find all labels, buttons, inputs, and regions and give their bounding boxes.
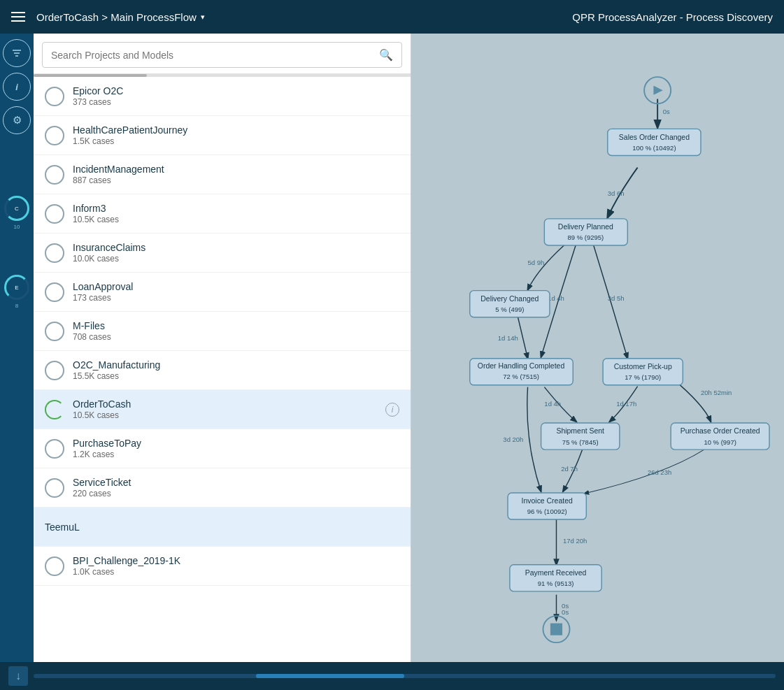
project-cases-bpi: 1.0K cases bbox=[73, 567, 399, 577]
project-item-epicor[interactable]: Epicor O2C 373 cases bbox=[34, 77, 411, 116]
project-cases-purchasetopay: 1.2K cases bbox=[73, 450, 399, 459]
node-shipment-sent-label: Shipment Sent bbox=[556, 427, 604, 435]
edge-label-dc-oh: 1d 14h bbox=[498, 334, 518, 342]
chevron-down-icon: ▾ bbox=[201, 13, 205, 22]
node-sales-order-label: Sales Order Changed bbox=[619, 134, 690, 141]
project-name-epicor: Epicor O2C bbox=[73, 85, 399, 96]
project-info-mfiles: M-Files 708 cases bbox=[73, 320, 399, 342]
edge-label-end: 0s bbox=[562, 608, 569, 616]
project-info-serviceticket: ServiceTicket 220 cases bbox=[73, 477, 399, 498]
project-cases-incident: 887 cases bbox=[73, 175, 399, 185]
projects-dropdown-panel: 🔍 Epicor O2C 373 cases HealthCareP bbox=[34, 34, 411, 690]
node-order-handling-sub: 72 % (7515) bbox=[503, 373, 539, 380]
project-icon-purchasetopay bbox=[45, 439, 64, 459]
project-item-o2c_mfg[interactable]: O2C_Manufacturing 15.5K cases bbox=[34, 351, 411, 390]
project-cases-o2c_mfg: 15.5K cases bbox=[73, 371, 399, 381]
edge-label-ic-pr: 17d 20h bbox=[563, 537, 587, 545]
search-input[interactable] bbox=[51, 50, 373, 61]
projects-list: Epicor O2C 373 cases HealthCarePatientJo… bbox=[34, 77, 411, 690]
project-info-healthcare: HealthCarePatientJourney 1.5K cases bbox=[73, 124, 399, 146]
project-item-loan[interactable]: LoanApproval 173 cases bbox=[34, 273, 411, 312]
node-payment-received-sub: 91 % (9513) bbox=[538, 580, 574, 587]
project-name-ordertocash: OrderToCash bbox=[73, 398, 377, 410]
project-info-loan: LoanApproval 173 cases bbox=[73, 281, 399, 303]
project-info-bpi: BPI_Challenge_2019-1K 1.0K cases bbox=[73, 555, 399, 577]
download-button[interactable]: ↓ bbox=[8, 666, 28, 686]
project-info-purchasetopay: PurchaseToPay 1.2K cases bbox=[73, 438, 399, 459]
app-title: QPR ProcessAnalyzer - Process Discovery bbox=[572, 11, 773, 23]
project-info-epicor: Epicor O2C 373 cases bbox=[73, 85, 399, 107]
node-shipment-sent-sub: 75 % (7845) bbox=[562, 438, 599, 446]
project-cases-ordertocash: 10.5K cases bbox=[73, 410, 377, 420]
edge-po-ic bbox=[584, 450, 704, 494]
project-icon-mfiles bbox=[45, 322, 64, 341]
event-panel: E 8 bbox=[4, 275, 29, 309]
node-delivery-planned-label: Delivery Planned bbox=[558, 223, 613, 231]
project-name-mfiles: M-Files bbox=[73, 320, 399, 331]
project-name-purchasetopay: PurchaseToPay bbox=[73, 438, 399, 449]
project-name-insurance: InsuranceClaims bbox=[73, 242, 399, 253]
bottom-bar: ↓ bbox=[0, 662, 784, 690]
filter-button[interactable] bbox=[3, 39, 31, 67]
info-button[interactable]: i bbox=[3, 73, 31, 101]
edge-label-ss-ic: 2d 7h bbox=[561, 465, 578, 473]
project-item-serviceticket[interactable]: ServiceTicket 220 cases bbox=[34, 468, 411, 508]
project-cases-serviceticket: 220 cases bbox=[73, 489, 399, 498]
project-cases-healthcare: 1.5K cases bbox=[73, 136, 399, 146]
edge-label-dp-cp: 3d 5h bbox=[608, 294, 625, 302]
search-icon: 🔍 bbox=[379, 48, 393, 62]
node-customer-pickup-label: Customer Pick-up bbox=[614, 363, 672, 371]
project-section-label: TeemuL bbox=[45, 522, 80, 533]
event-count-label: 8 bbox=[15, 303, 18, 309]
project-info-icon[interactable]: i bbox=[385, 403, 399, 417]
project-item-incident[interactable]: IncidentManagement 887 cases bbox=[34, 155, 411, 194]
app-header: OrderToCash > Main ProcessFlow ▾ QPR Pro… bbox=[0, 0, 784, 34]
process-canvas[interactable]: 0s 3d 6h 5d 9h 1d 14h 1d 4h 3d 5h 20h 52… bbox=[411, 34, 784, 690]
settings-button[interactable]: ⚙ bbox=[3, 106, 31, 134]
node-purchase-order-label: Purchase Order Created bbox=[680, 427, 760, 435]
edge-label-oh-ss: 1d 4h bbox=[544, 400, 561, 408]
case-count-label: 10 bbox=[14, 224, 20, 230]
edge-label-start: 0s bbox=[663, 108, 670, 115]
project-icon-ordertocash bbox=[45, 400, 64, 419]
project-item-teemul[interactable]: TeemuL bbox=[34, 508, 411, 547]
project-name-serviceticket: ServiceTicket bbox=[73, 477, 399, 488]
node-invoice-created-label: Invoice Created bbox=[522, 497, 573, 505]
node-delivery-changed-sub: 5 % (499) bbox=[495, 306, 524, 313]
edge-label-oh-ic: 3d 20h bbox=[503, 436, 523, 443]
node-sales-order-sub: 100 % (10492) bbox=[632, 144, 676, 152]
end-stop-icon bbox=[550, 624, 562, 635]
node-customer-pickup-sub: 17 % (1790) bbox=[625, 373, 661, 381]
project-icon-serviceticket bbox=[45, 478, 64, 498]
node-purchase-order-sub: 10 % (997) bbox=[704, 438, 736, 446]
project-item-mfiles[interactable]: M-Files 708 cases bbox=[34, 312, 411, 351]
project-item-purchasetopay[interactable]: PurchaseToPay 1.2K cases bbox=[34, 429, 411, 468]
sidebar-icons: i ⚙ C 10 E 8 bbox=[0, 34, 34, 690]
edge-dc-oh bbox=[518, 317, 527, 359]
hamburger-menu[interactable] bbox=[11, 12, 25, 22]
project-info-inform3: Inform3 10.5K cases bbox=[73, 203, 399, 224]
node-delivery-changed-label: Delivery Changed bbox=[480, 295, 539, 303]
project-item-insurance[interactable]: InsuranceClaims 10.0K cases bbox=[34, 233, 411, 273]
edge-label-cp-po: 20h 52min bbox=[701, 389, 732, 396]
project-info-ordertocash: OrderToCash 10.5K cases bbox=[73, 398, 377, 420]
stat-panel: C 10 bbox=[4, 196, 29, 230]
project-item-inform3[interactable]: Inform3 10.5K cases bbox=[34, 194, 411, 233]
project-cases-insurance: 10.0K cases bbox=[73, 254, 399, 264]
project-cases-loan: 173 cases bbox=[73, 293, 399, 303]
edge-label-sales-delivery: 3d 6h bbox=[608, 189, 625, 197]
edge-label-dp-dc: 5d 9h bbox=[528, 259, 545, 266]
project-icon-epicor bbox=[45, 87, 64, 106]
project-item-bpi[interactable]: BPI_Challenge_2019-1K 1.0K cases bbox=[34, 547, 411, 586]
breadcrumb[interactable]: OrderToCash > Main ProcessFlow ▾ bbox=[36, 11, 205, 23]
project-cases-mfiles: 708 cases bbox=[73, 332, 399, 342]
node-payment-received-label: Payment Received bbox=[525, 569, 587, 577]
event-count-circle: E bbox=[4, 275, 29, 300]
project-item-ordertocash[interactable]: OrderToCash 10.5K cases i bbox=[34, 390, 411, 429]
process-flow-svg: 0s 3d 6h 5d 9h 1d 14h 1d 4h 3d 5h 20h 52… bbox=[411, 34, 784, 690]
node-order-handling-label: Order Handling Completed bbox=[478, 362, 565, 370]
search-box: 🔍 bbox=[42, 42, 402, 68]
project-item-healthcare[interactable]: HealthCarePatientJourney 1.5K cases bbox=[34, 116, 411, 155]
start-play-icon bbox=[653, 86, 662, 95]
project-name-incident: IncidentManagement bbox=[73, 164, 399, 175]
